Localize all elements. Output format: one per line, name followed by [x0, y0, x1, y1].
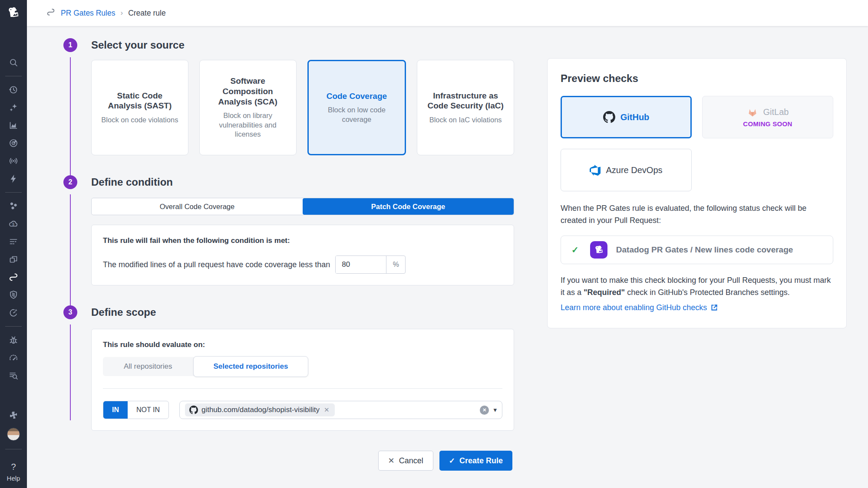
coverage-threshold-input[interactable] — [336, 256, 386, 273]
step-number-badge: 3 — [63, 305, 77, 319]
remove-repository-icon[interactable]: ✕ — [323, 406, 330, 414]
learn-more-label: Learn more about enabling GitHub checks — [561, 303, 707, 312]
copilot-sparkles-icon[interactable] — [8, 102, 19, 113]
form-actions: ✕ Cancel ✓ Create Rule — [91, 451, 512, 471]
log-search-icon[interactable] — [8, 370, 19, 381]
preview-title: Preview checks — [561, 72, 833, 85]
percent-unit: % — [386, 256, 405, 273]
infrastructure-hexagons-icon[interactable] — [8, 201, 19, 211]
step-number-badge: 1 — [63, 38, 77, 52]
learn-more-link[interactable]: Learn more about enabling GitHub checks — [561, 303, 833, 312]
provider-gitlab: GitLab COMING SOON — [702, 96, 833, 138]
coming-soon-badge: COMING SOON — [743, 120, 792, 128]
help-label: Help — [7, 475, 20, 482]
sidebar: $ ? Help — [0, 0, 27, 488]
help-menu[interactable]: ? Help — [7, 462, 20, 482]
step-title: Define scope — [91, 305, 514, 319]
external-link-icon — [710, 304, 718, 311]
source-card-title: Static Code Analysis (SAST) — [101, 91, 178, 111]
source-card-subtitle: Block on IaC violations — [429, 115, 502, 124]
llm-observability-icon[interactable] — [8, 156, 19, 166]
integrations-puzzle-icon[interactable] — [8, 410, 19, 420]
scope-panel: This rule should evaluate on: All reposi… — [91, 329, 514, 431]
source-card-title: Software Composition Analysis (SCA) — [209, 76, 287, 107]
condition-intro: This rule will fail when the following c… — [103, 236, 502, 245]
log-filter-icon[interactable] — [8, 236, 19, 247]
toggle-patch-code-coverage[interactable]: Patch Code Coverage — [303, 198, 514, 215]
in-not-in-toggle: IN NOT IN — [103, 401, 169, 419]
toggle-all-repositories[interactable]: All repositories — [103, 357, 193, 376]
toggle-not-in[interactable]: NOT IN — [128, 401, 168, 419]
step-select-source: 1 Select your source Static Code Analysi… — [63, 38, 514, 155]
provider-name: Azure DevOps — [606, 165, 662, 175]
cancel-label: Cancel — [399, 456, 423, 465]
user-avatar[interactable] — [7, 428, 20, 441]
step-title: Define condition — [91, 175, 514, 189]
check-icon: ✓ — [571, 245, 579, 255]
pr-gates-create-rule-page: $ ? Help PR Gates Rules — [0, 0, 868, 488]
condition-panel: This rule will fail when the following c… — [91, 225, 514, 285]
breadcrumb-separator: › — [120, 9, 123, 17]
repository-select[interactable]: github.com/datadog/shopist-visibility ✕ … — [179, 401, 502, 419]
provider-azure-devops[interactable]: Azure DevOps — [561, 149, 692, 191]
sidebar-divider — [5, 192, 22, 193]
repository-chip: github.com/datadog/shopist-visibility ✕ — [185, 403, 335, 416]
breadcrumb-pr-gates-rules[interactable]: PR Gates Rules — [61, 9, 115, 18]
condition-sentence: The modified lines of a pull request hav… — [103, 260, 330, 269]
step-define-scope: 3 Define scope This rule should evaluate… — [63, 305, 514, 431]
pipelines-breadcrumb-icon — [46, 7, 56, 19]
performance-speedometer-icon[interactable] — [8, 353, 19, 363]
source-card-sast[interactable]: Static Code Analysis (SAST) Block on cod… — [91, 60, 188, 155]
repository-scope-toggle: All repositories Selected repositories — [103, 357, 308, 376]
security-shield-icon[interactable] — [8, 290, 19, 300]
source-card-title: Code Coverage — [327, 91, 387, 102]
provider-buttons: GitHub GitLab COMING SOON — [561, 96, 833, 191]
search-icon[interactable] — [8, 57, 19, 68]
source-card-subtitle: Block on code violations — [101, 115, 178, 124]
topbar: PR Gates Rules › Create rule — [27, 0, 868, 26]
content: 1 Select your source Static Code Analysi… — [27, 26, 868, 471]
create-rule-label: Create Rule — [459, 456, 503, 465]
source-card-code-coverage[interactable]: Code Coverage Block on low code coverage — [307, 60, 406, 155]
toggle-overall-code-coverage[interactable]: Overall Code Coverage — [92, 198, 303, 215]
clear-selection-icon[interactable]: ✕ — [480, 406, 489, 415]
provider-name: GitHub — [620, 112, 650, 122]
toggle-in[interactable]: IN — [103, 401, 128, 419]
source-card-subtitle: Block on low code coverage — [318, 105, 396, 124]
cancel-button[interactable]: ✕ Cancel — [378, 451, 433, 471]
actions-bolt-icon[interactable] — [8, 174, 19, 184]
condition-row: The modified lines of a pull request hav… — [103, 255, 502, 274]
step-define-condition: 2 Define condition Overall Code Coverage… — [63, 175, 514, 285]
threshold-input-group: % — [335, 255, 406, 274]
app-windows-icon[interactable] — [8, 254, 19, 265]
step-title: Select your source — [91, 38, 514, 52]
chevron-down-icon[interactable]: ▾ — [493, 406, 497, 414]
ci-visibility-icon[interactable] — [8, 138, 19, 148]
svg-text:$: $ — [12, 222, 14, 226]
source-card-subtitle: Block on library vulnerabilities and lic… — [209, 111, 287, 139]
scope-divider — [103, 388, 502, 389]
create-rule-button[interactable]: ✓ Create Rule — [439, 451, 512, 471]
pipelines-icon[interactable] — [8, 272, 19, 282]
provider-name: GitLab — [763, 107, 789, 117]
sidebar-divider — [5, 449, 22, 449]
source-card-iac[interactable]: Infrastructure as Code Security (IaC) Bl… — [417, 60, 514, 155]
metrics-chart-icon[interactable] — [8, 120, 19, 131]
preview-column: Preview checks GitHub GitLab — [547, 58, 847, 328]
datadog-logo-icon[interactable] — [5, 3, 22, 23]
azure-devops-icon — [590, 165, 601, 176]
source-card-sca[interactable]: Software Composition Analysis (SCA) Bloc… — [199, 60, 297, 155]
toggle-selected-repositories[interactable]: Selected repositories — [193, 356, 309, 377]
evaluation-note: When the PR Gates rule is evaluated, the… — [561, 203, 833, 227]
cloud-cost-icon[interactable]: $ — [8, 219, 19, 229]
quality-gauge-icon[interactable] — [8, 308, 19, 318]
datadog-app-icon — [590, 241, 607, 259]
status-check-preview: ✓ Datadog PR Gates / New lines code cove… — [561, 236, 833, 264]
provider-github[interactable]: GitHub — [561, 96, 692, 138]
bug-tracking-icon[interactable] — [8, 335, 19, 345]
history-icon[interactable] — [8, 85, 19, 95]
preview-checks-panel: Preview checks GitHub GitLab — [547, 58, 847, 328]
sidebar-nav: $ ? Help — [0, 57, 27, 482]
main-area: PR Gates Rules › Create rule 1 Select yo… — [27, 0, 868, 488]
rule-form: 1 Select your source Static Code Analysi… — [63, 38, 514, 471]
